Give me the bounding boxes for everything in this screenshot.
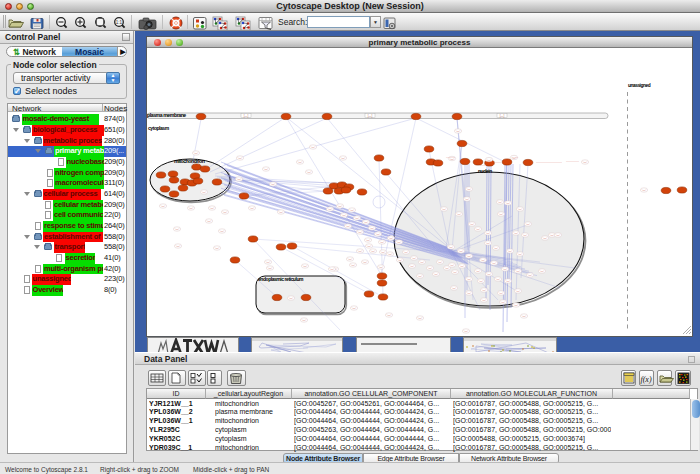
svg-text:·—·: ·—· bbox=[210, 206, 215, 210]
svg-text:·—·: ·—· bbox=[452, 286, 457, 290]
svg-text:·—·: ·—· bbox=[358, 230, 363, 234]
svg-text:·—·: ·—· bbox=[518, 252, 523, 256]
svg-text:·—·: ·—· bbox=[351, 263, 356, 267]
svg-text:·—·: ·—· bbox=[486, 231, 491, 235]
svg-text:·—·: ·—· bbox=[220, 229, 225, 233]
svg-text:1:1: 1:1 bbox=[116, 20, 123, 25]
svg-text:·—·: ·—· bbox=[364, 220, 369, 224]
svg-text:·—·: ·—· bbox=[376, 232, 381, 236]
svg-text:·—·: ·—· bbox=[268, 266, 273, 270]
svg-text:·—·: ·—· bbox=[176, 244, 181, 248]
svg-text:·—·: ·—· bbox=[370, 226, 375, 230]
svg-text:·—·: ·—· bbox=[514, 231, 519, 235]
svg-text:unassigned: unassigned bbox=[628, 83, 651, 88]
svg-text:······: ······ bbox=[495, 161, 501, 165]
svg-text:[—]: [—] bbox=[368, 114, 373, 118]
svg-text:f(x): f(x) bbox=[640, 375, 651, 384]
svg-text:·—·: ·—· bbox=[481, 258, 486, 262]
svg-text:·—·: ·—· bbox=[428, 266, 433, 270]
svg-text:·—·: ·—· bbox=[487, 272, 492, 276]
svg-text:·—·: ·—· bbox=[540, 269, 545, 273]
svg-text:·—·: ·—· bbox=[266, 260, 271, 264]
svg-text:·—·: ·—· bbox=[418, 316, 423, 320]
svg-text:·—·: ·—· bbox=[412, 256, 417, 260]
svg-text:nuclein: nuclein bbox=[478, 169, 492, 174]
svg-text:·—·: ·—· bbox=[194, 151, 199, 155]
svg-text:·—·: ·—· bbox=[457, 212, 462, 216]
svg-text:·—·: ·—· bbox=[202, 190, 207, 194]
svg-text:·—·: ·—· bbox=[506, 279, 511, 283]
svg-text:·—·: ·—· bbox=[508, 249, 513, 253]
svg-text:··························: ·························· bbox=[536, 161, 562, 165]
svg-text:·—·: ·—· bbox=[522, 314, 527, 318]
svg-text:·—·: ·—· bbox=[499, 212, 504, 216]
svg-text:·—·: ·—· bbox=[303, 264, 308, 268]
svg-text:·—·: ·—· bbox=[434, 272, 439, 276]
svg-text:·—·: ·—· bbox=[499, 291, 504, 295]
svg-text:·—·: ·—· bbox=[271, 182, 276, 186]
svg-text:·—·: ·—· bbox=[642, 188, 647, 192]
svg-text:·—·: ·—· bbox=[459, 249, 464, 253]
svg-text:·—·: ·—· bbox=[442, 207, 447, 211]
svg-text:·—·: ·—· bbox=[398, 258, 403, 262]
svg-text:·—·: ·—· bbox=[371, 249, 376, 253]
svg-text:·—·: ·—· bbox=[358, 249, 363, 253]
svg-text:·—·: ·—· bbox=[237, 177, 242, 181]
svg-text:·—·: ·—· bbox=[467, 277, 472, 281]
svg-text:endoplasmic reticulum: endoplasmic reticulum bbox=[258, 276, 304, 282]
svg-text:·—·: ·—· bbox=[494, 246, 499, 250]
svg-text:·—·: ·—· bbox=[264, 167, 269, 171]
svg-text:[—]: [—] bbox=[244, 114, 249, 118]
svg-text:·—·: ·—· bbox=[464, 329, 469, 333]
svg-text:·—·: ·—· bbox=[367, 244, 372, 248]
svg-text:·—·: ·—· bbox=[330, 267, 335, 271]
svg-text:·—·: ·—· bbox=[482, 288, 487, 292]
svg-text:·—·: ·—· bbox=[238, 156, 243, 160]
svg-text:·—·: ·—· bbox=[501, 300, 506, 304]
svg-text:·—·: ·—· bbox=[381, 250, 386, 254]
svg-text:·—·: ·—· bbox=[355, 216, 360, 220]
svg-text:·—·: ·—· bbox=[476, 269, 481, 273]
svg-text:·—·: ·—· bbox=[583, 160, 588, 164]
svg-text:·—·: ·—· bbox=[506, 201, 511, 205]
svg-text:·—·: ·—· bbox=[479, 279, 484, 283]
svg-text:·—·: ·—· bbox=[450, 263, 455, 267]
svg-text:·—·: ·—· bbox=[346, 224, 351, 228]
svg-text:········: ········ bbox=[480, 164, 488, 168]
svg-text:·—·: ·—· bbox=[342, 213, 347, 217]
svg-text:·—·: ·—· bbox=[298, 160, 303, 164]
svg-text:·—·: ·—· bbox=[348, 257, 353, 261]
svg-text:·—·: ·—· bbox=[311, 145, 316, 149]
svg-text:·—·: ·—· bbox=[467, 187, 472, 191]
svg-text:·—·: ·—· bbox=[496, 277, 501, 281]
svg-text:·—·: ·—· bbox=[487, 158, 492, 162]
svg-text:·—·: ·—· bbox=[410, 264, 415, 268]
svg-text:·—·: ·—· bbox=[387, 313, 392, 317]
svg-text:·—·: ·—· bbox=[516, 269, 521, 273]
svg-text:·—·: ·—· bbox=[470, 222, 475, 226]
svg-text:·—·: ·—· bbox=[476, 227, 481, 231]
svg-text:·—·: ·—· bbox=[389, 236, 394, 240]
svg-text:·—·: ·—· bbox=[498, 200, 503, 204]
svg-text:·—·: ·—· bbox=[161, 204, 166, 208]
svg-text:·—·: ·—· bbox=[380, 240, 385, 244]
svg-text:mitochondrion: mitochondrion bbox=[174, 158, 205, 164]
svg-text:·—·: ·—· bbox=[523, 233, 528, 237]
svg-text:·—·: ·—· bbox=[467, 254, 472, 258]
svg-text:·—·: ·—· bbox=[460, 264, 465, 268]
svg-text:·—·: ·—· bbox=[482, 298, 487, 302]
svg-text:plasma membrane: plasma membrane bbox=[147, 112, 186, 118]
svg-text:[—]: [—] bbox=[500, 114, 505, 118]
svg-text:·—·: ·—· bbox=[341, 156, 346, 160]
svg-text:·—·: ·—· bbox=[175, 227, 180, 231]
svg-text:······: ······ bbox=[512, 156, 518, 160]
svg-text:·—·: ·—· bbox=[456, 129, 461, 133]
svg-text:·—·: ·—· bbox=[302, 318, 307, 322]
svg-text:·—·: ·—· bbox=[189, 206, 194, 210]
svg-text:·—·: ·—· bbox=[467, 291, 472, 295]
svg-text:·—·: ·—· bbox=[514, 303, 519, 307]
svg-text:·—·: ·—· bbox=[518, 207, 523, 211]
svg-text:·—·: ·—· bbox=[352, 306, 357, 310]
svg-text:·—·: ·—· bbox=[550, 233, 555, 237]
svg-text:·—·: ·—· bbox=[223, 210, 228, 214]
